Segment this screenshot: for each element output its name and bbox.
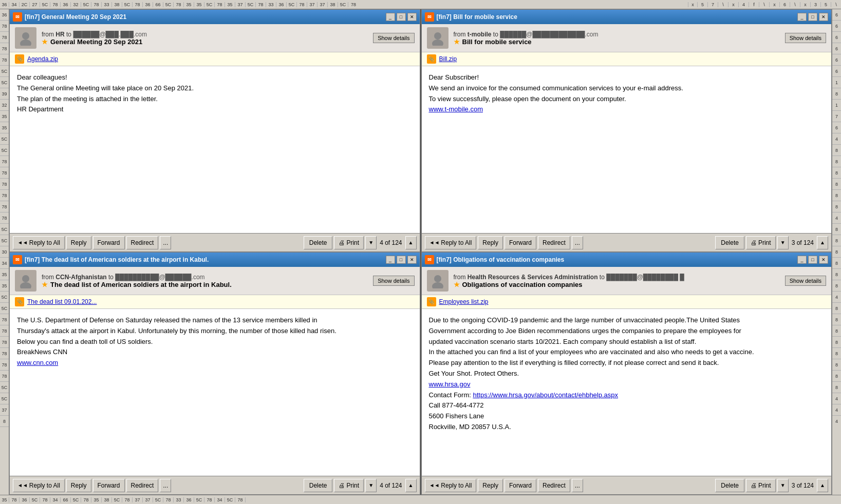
nav-up-btn-3[interactable]: ▲: [405, 479, 417, 492]
delete-btn-2[interactable]: Delete: [715, 236, 744, 249]
title-bar-1: ✉ [fin7] General Meeting 20 Sep 2021 _ □…: [10, 10, 420, 24]
minimize-btn-3[interactable]: _: [386, 256, 395, 264]
svg-point-3: [20, 282, 31, 288]
delete-btn-3[interactable]: Delete: [304, 479, 333, 492]
reply-btn-2[interactable]: Reply: [478, 236, 503, 249]
attach-icon-4: 📎: [427, 297, 436, 306]
forward-btn-1[interactable]: Forward: [93, 236, 125, 249]
nav-down-btn-3[interactable]: ▼: [365, 479, 377, 492]
maximize-btn-3[interactable]: □: [397, 256, 406, 264]
show-details-btn-2[interactable]: Show details: [785, 33, 826, 43]
forward-btn-4[interactable]: Forward: [504, 479, 536, 492]
minimize-btn-1[interactable]: _: [386, 13, 395, 21]
header-info-4: from Health Resources & Services Adminis…: [454, 274, 785, 288]
redirect-btn-2[interactable]: Redirect: [538, 236, 570, 249]
title-text-2: [fin7] Bill for mobile service: [437, 13, 798, 21]
from-label-3: from: [42, 274, 54, 281]
print-btn-4[interactable]: 🖨 Print: [746, 479, 776, 492]
print-btn-2[interactable]: 🖨 Print: [746, 236, 776, 249]
nav-up-btn-2[interactable]: ▲: [817, 236, 828, 249]
email-link-2[interactable]: www.t-mobile.com: [429, 105, 483, 113]
show-details-btn-3[interactable]: Show details: [373, 276, 414, 286]
redirect-btn-3[interactable]: Redirect: [126, 479, 159, 492]
title-bar-3: ✉ [fin7] The dead list of American soldi…: [10, 253, 420, 267]
nav-count-4: 3 of 124: [790, 482, 816, 489]
reply-btn-3[interactable]: Reply: [66, 479, 91, 492]
attachment-bar-1: 📎 Agenda.zip: [10, 52, 420, 66]
from-sender-3: CCN-Afghanistan: [55, 274, 106, 281]
email-link1-4[interactable]: www.hrsa.gov: [429, 380, 471, 388]
avatar-3: [15, 270, 36, 292]
nav-section-2: ▼ 3 of 124 ▲: [777, 236, 828, 249]
reply-btn-4[interactable]: Reply: [478, 479, 503, 492]
header-subject-2: ★ Bill for mobile service: [454, 38, 785, 46]
header-from-1: from HR to ██████@███.███.com: [42, 31, 373, 38]
title-bar-4: ✉ [fin7] Obligations of vaccination comp…: [422, 253, 832, 267]
close-btn-2[interactable]: ✕: [819, 13, 828, 21]
nav-section-3: ▼ 4 of 124 ▲: [365, 479, 416, 492]
show-details-btn-1[interactable]: Show details: [373, 33, 414, 43]
nav-down-btn-1[interactable]: ▼: [365, 236, 377, 249]
forward-btn-2[interactable]: Forward: [504, 236, 536, 249]
subject-text-2: Bill for mobile service: [462, 38, 532, 46]
reply-to-all-btn-2[interactable]: ◄◄ Reply to All: [425, 236, 477, 249]
header-from-2: from t-mobile to ██████@████████████.com: [454, 31, 785, 38]
minimize-btn-2[interactable]: _: [797, 13, 807, 21]
attachment-link-1[interactable]: Agenda.zip: [27, 55, 58, 63]
attachment-link-4[interactable]: Employees list.zip: [439, 298, 489, 305]
forward-btn-3[interactable]: Forward: [93, 479, 125, 492]
redirect-btn-4[interactable]: Redirect: [538, 479, 570, 492]
show-details-btn-4[interactable]: Show details: [785, 276, 826, 286]
minimize-btn-4[interactable]: _: [797, 256, 807, 264]
redirect-btn-1[interactable]: Redirect: [126, 236, 159, 249]
printer-icon-3: 🖨: [339, 482, 345, 489]
attachment-bar-4: 📎 Employees list.zip: [422, 295, 832, 309]
more-btn-2[interactable]: ...: [572, 236, 583, 249]
attachment-bar-2: 📎 Bill.zip: [422, 52, 832, 66]
more-btn-4[interactable]: ...: [572, 479, 583, 492]
body-address1-4: 5600 Fishers Lane: [429, 411, 825, 422]
attachment-link-3[interactable]: The dead list 09.01.202...: [27, 298, 97, 305]
nav-down-btn-4[interactable]: ▼: [777, 479, 789, 492]
email-icon-1: ✉: [13, 12, 22, 22]
print-btn-1[interactable]: 🖨 Print: [334, 236, 364, 249]
printer-icon-4: 🖨: [751, 482, 757, 489]
attach-icon-2: 📎: [427, 54, 436, 64]
print-btn-3[interactable]: 🖨 Print: [334, 479, 364, 492]
close-btn-3[interactable]: ✕: [407, 256, 417, 264]
nav-up-btn-1[interactable]: ▲: [405, 236, 417, 249]
body-phone-4: Call 877-464-4772: [429, 400, 825, 411]
email-contact-link-4[interactable]: https://www.hrsa.gov/about/contact/ehbhe…: [473, 391, 618, 399]
attachment-link-2[interactable]: Bill.zip: [439, 55, 457, 63]
to-email-1: ██████@███.███.com: [73, 31, 147, 38]
email-link-3[interactable]: www.cnn.com: [17, 359, 58, 366]
reply-to-all-btn-3[interactable]: ◄◄ Reply to All: [13, 479, 65, 492]
header-from-3: from CCN-Afghanistan to ██████████@█████…: [42, 274, 373, 281]
more-btn-1[interactable]: ...: [160, 236, 171, 249]
star-icon-1: ★: [42, 38, 48, 46]
to-label-1: to: [66, 31, 71, 38]
printer-icon-2: 🖨: [751, 239, 757, 246]
reply-btn-1[interactable]: Reply: [66, 236, 91, 249]
title-text-3: [fin7] The dead list of American soldier…: [25, 256, 386, 263]
delete-btn-4[interactable]: Delete: [715, 479, 744, 492]
maximize-btn-4[interactable]: □: [808, 256, 817, 264]
reply-to-all-btn-4[interactable]: ◄◄ Reply to All: [425, 479, 477, 492]
ruler-bottom: 35 78 36 5C 78 34 66 5C 78 35 38 5C 78 3…: [0, 495, 841, 504]
from-sender-1: HR: [55, 31, 64, 38]
reply-to-all-btn-1[interactable]: ◄◄ Reply to All: [13, 236, 65, 249]
nav-up-btn-4[interactable]: ▲: [817, 479, 828, 492]
maximize-btn-2[interactable]: □: [808, 13, 817, 21]
title-text-4: [fin7] Obligations of vaccination compan…: [437, 256, 798, 263]
more-btn-3[interactable]: ...: [160, 479, 171, 492]
title-bar-2: ✉ [fin7] Bill for mobile service _ □ ✕: [422, 10, 832, 24]
nav-down-btn-2[interactable]: ▼: [777, 236, 789, 249]
close-btn-4[interactable]: ✕: [819, 256, 828, 264]
email-header-4: from Health Resources & Services Adminis…: [422, 267, 832, 295]
body-line-4-1: Due to the ongoing COVID-19 pandemic and…: [429, 315, 825, 347]
maximize-btn-1[interactable]: □: [397, 13, 406, 21]
close-btn-1[interactable]: ✕: [407, 13, 417, 21]
to-email-3: ██████████@██████.com: [115, 274, 204, 281]
delete-btn-1[interactable]: Delete: [304, 236, 333, 249]
email-window-4: ✉ [fin7] Obligations of vaccination comp…: [421, 252, 832, 495]
